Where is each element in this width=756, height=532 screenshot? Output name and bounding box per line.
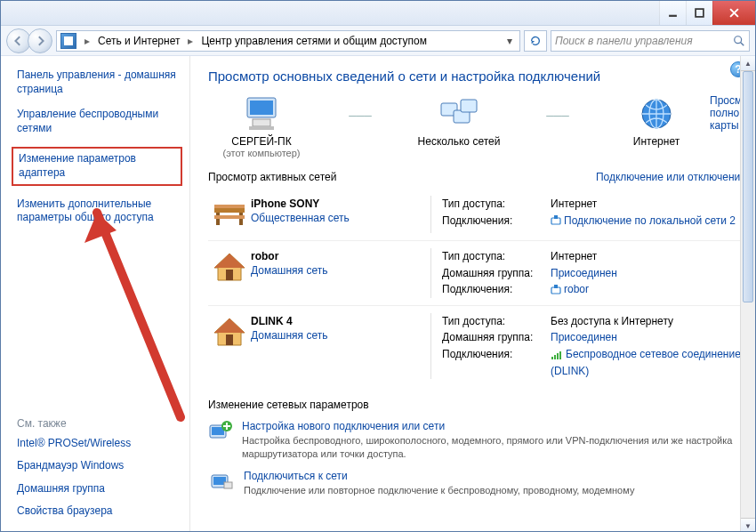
property-value-link[interactable]: Присоединен [551,329,746,346]
see-also-browser-link[interactable]: Свойства браузера [17,504,179,519]
ethernet-icon [551,285,561,295]
see-also-firewall-link[interactable]: Брандмауэр Windows [17,459,179,473]
network-props: Тип доступа:ИнтернетПодключения:Подключе… [430,196,746,233]
sidebar: Панель управления - домашняя страница Уп… [1,56,190,532]
sidebar-home-link[interactable]: Панель управления - домашняя страница [17,69,179,96]
control-panel-window: ▸ Сеть и Интернет ▸ Центр управления сет… [0,0,756,532]
nav-buttons [6,28,52,53]
task-item: Подключиться к сетиПодключение или повто… [208,466,746,503]
active-networks-header: Просмотр активных сетей Подключение или … [208,171,746,183]
house-icon [208,248,251,298]
network-row: roborДомашняя сетьТип доступа:ИнтернетДо… [208,240,746,305]
task-desc: Подключение или повторное подключение к … [244,484,634,497]
network-type-link[interactable]: Домашняя сеть [251,329,430,342]
network-type-link[interactable]: Домашняя сеть [251,264,430,277]
active-networks-title: Просмотр активных сетей [208,171,336,183]
svg-rect-23 [551,357,553,359]
property-value-link[interactable]: Присоединен [551,265,746,282]
network-property: Подключения:Подключение по локальной сет… [442,213,746,230]
multi-network-icon [438,94,480,133]
network-props: Тип доступа:ИнтернетДомашняя группа:Прис… [430,248,746,298]
house-icon [208,313,251,379]
minimize-button[interactable] [659,1,686,25]
svg-rect-20 [551,287,560,294]
network-property: Подключения:robor [442,281,746,298]
svg-rect-16 [214,215,245,219]
task-link[interactable]: Подключиться к сети [244,470,634,482]
svg-rect-5 [253,119,270,126]
svg-rect-21 [554,285,558,288]
maximize-button[interactable] [686,1,712,25]
sidebar-adapter-settings-link[interactable]: Изменение параметров адаптера [12,147,182,185]
map-link-line-icon: ─── [345,94,375,137]
property-value: Без доступа к Интернету [551,313,746,330]
network-props: Тип доступа:Без доступа к ИнтернетуДомаш… [430,313,746,379]
network-type-link[interactable]: Общественная сеть [251,212,430,224]
breadcrumb-part[interactable]: Сеть и Интернет [98,35,180,47]
address-dropdown-icon[interactable]: ▾ [503,35,516,47]
forward-button[interactable] [28,28,52,53]
svg-rect-9 [461,100,477,112]
property-key: Тип доступа: [442,248,547,265]
breadcrumb-sep-icon: ▸ [185,35,196,47]
network-property: Тип доступа:Интернет [442,248,746,265]
sidebar-wireless-link[interactable]: Управление беспроводными сетями [17,108,179,135]
property-key: Домашняя группа: [442,265,547,282]
task-item: Настройка нового подключения или сетиНас… [208,416,746,466]
property-value: Интернет [551,196,746,213]
property-value-link[interactable]: Подключение по локальной сети 2 [551,213,746,230]
map-node-sublabel: (этот компьютер) [222,148,300,158]
breadcrumb-sep-icon: ▸ [82,35,92,47]
task-link[interactable]: Настройка нового подключения или сети [242,420,746,432]
property-key: Подключения: [442,346,547,379]
breadcrumb-part[interactable]: Центр управления сетями и общим доступом [201,35,427,47]
property-value-link[interactable]: robor [551,281,746,298]
address-box[interactable]: ▸ Сеть и Интернет ▸ Центр управления сет… [56,30,520,52]
map-node-this-pc: СЕРГЕЙ-ПК (этот компьютер) [208,94,315,158]
close-button[interactable] [712,1,755,25]
network-map-row: СЕРГЕЙ-ПК (этот компьютер) ─── Несколько… [208,94,746,158]
network-center-icon [60,33,76,49]
scroll-down-icon[interactable]: ▼ [741,518,755,532]
see-also-proset-link[interactable]: Intel® PROSet/Wireless [17,437,179,451]
refresh-button[interactable] [524,30,547,52]
tasks-list: Настройка нового подключения или сетиНас… [208,416,746,503]
network-property: Домашняя группа:Присоединен [442,329,746,346]
task-body: Настройка нового подключения или сетиНас… [242,420,746,461]
vertical-scrollbar[interactable]: ▲ ▼ [740,56,755,532]
network-name: DLINK 4 [251,315,430,327]
map-link-line-icon: ─── [543,94,573,137]
svg-rect-4 [250,101,273,115]
window-titlebar [1,1,755,26]
property-value-link[interactable]: Беспроводное сетевое соединение (DLINK) [551,346,746,379]
network-info: iPhone SONYОбщественная сеть [251,196,430,233]
ethernet-icon [551,215,561,226]
change-settings-title: Изменение сетевых параметров [208,399,746,411]
connect-disconnect-link[interactable]: Подключение или отключение [596,171,746,183]
address-bar-row: ▸ Сеть и Интернет ▸ Центр управления сет… [1,26,755,56]
svg-rect-22 [226,335,233,345]
network-property: Подключения:Беспроводное сетевое соедине… [442,346,746,379]
scroll-thumb[interactable] [743,71,753,302]
property-key: Подключения: [442,281,547,298]
sidebar-see-also: См. также Intel® PROSet/Wireless Брандма… [17,417,179,528]
see-also-title: См. также [17,417,179,430]
task-desc: Настройка беспроводного, широкополосного… [242,434,746,461]
map-node-label: Интернет [633,135,680,148]
network-property: Тип доступа:Интернет [442,196,746,213]
svg-rect-17 [551,218,560,224]
active-networks-list: iPhone SONYОбщественная сетьТип доступа:… [208,189,746,386]
globe-icon [637,94,676,133]
search-icon [733,35,745,47]
see-also-homegroup-link[interactable]: Домашняя группа [17,482,179,496]
scroll-up-icon[interactable]: ▲ [741,56,755,71]
sidebar-sharing-link[interactable]: Изменить дополнительные параметры общего… [17,197,179,225]
property-key: Подключения: [442,213,547,230]
svg-rect-32 [224,482,232,488]
network-info: roborДомашняя сеть [251,248,430,298]
svg-rect-0 [669,15,677,17]
svg-rect-19 [226,270,233,280]
search-input[interactable]: Поиск в панели управления [551,30,750,52]
body: Панель управления - домашняя страница Уп… [1,56,755,532]
network-name: iPhone SONY [251,197,430,210]
